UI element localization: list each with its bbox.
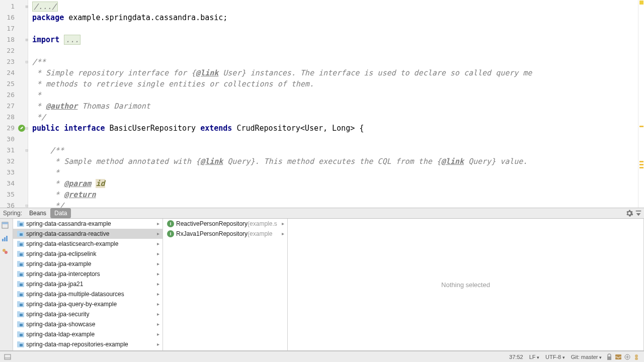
module-item[interactable]: spring-data-jpa-multiple-datasources▸ xyxy=(13,289,163,299)
code-line[interactable]: /.../ xyxy=(28,1,638,12)
code-line[interactable]: * @param id xyxy=(28,178,638,189)
svg-rect-33 xyxy=(17,301,20,303)
collapse-fold-icon[interactable]: ⊟ xyxy=(23,59,28,64)
svg-rect-3 xyxy=(2,239,4,241)
chevron-right-icon: ▸ xyxy=(157,319,159,329)
spring-bean-icon[interactable] xyxy=(18,124,26,132)
code-line[interactable]: /** xyxy=(28,145,638,156)
tab-data[interactable]: Data xyxy=(50,208,71,218)
module-item[interactable]: spring-data-map-repositories-example▸ xyxy=(13,339,163,349)
caret-position[interactable]: 37:52 xyxy=(506,354,526,360)
lock-icon[interactable] xyxy=(605,353,614,361)
chevron-right-icon: ▸ xyxy=(157,309,159,319)
svg-rect-10 xyxy=(20,223,23,226)
svg-rect-39 xyxy=(17,321,20,323)
chevron-right-icon: ▸ xyxy=(157,279,159,289)
code-line[interactable]: public interface BasicUserRepository ext… xyxy=(28,123,638,134)
module-label: spring-data-jpa-eclipselink xyxy=(26,249,96,259)
chevron-right-icon: ▸ xyxy=(157,229,159,239)
code-line[interactable]: * methods to retrieve single entities or… xyxy=(28,78,638,89)
collapse-fold-icon[interactable]: ⊟ xyxy=(23,148,28,153)
warning-marker[interactable] xyxy=(639,164,643,165)
hector-icon[interactable] xyxy=(632,353,641,361)
git-branch[interactable]: Git: master xyxy=(568,354,605,360)
editor-gutter: 1⊞161718⊞2223⊟242526272829⊟3031⊟32333435… xyxy=(0,0,28,208)
module-item[interactable]: spring-data-ldap-example▸ xyxy=(13,329,163,339)
line-number: 33 xyxy=(0,167,28,178)
svg-rect-43 xyxy=(20,334,23,336)
chart-icon[interactable] xyxy=(2,235,12,245)
module-label: spring-data-jpa-example xyxy=(26,259,91,269)
settings-icon[interactable] xyxy=(626,210,635,217)
chevron-right-icon: ▸ xyxy=(157,239,159,249)
tool-windows-icon[interactable] xyxy=(3,353,12,361)
line-number: 16 xyxy=(0,12,28,23)
module-item[interactable]: spring-data-jpa-security▸ xyxy=(13,309,163,319)
line-separator[interactable]: LF xyxy=(526,354,542,360)
code-line[interactable]: * Sample method annotated with {@link Qu… xyxy=(28,156,638,167)
line-number: 32 xyxy=(0,156,28,167)
expand-fold-icon[interactable]: ⊞ xyxy=(23,37,28,42)
repository-list[interactable]: IReactivePersonRepository (example.s▸IRx… xyxy=(163,219,288,350)
module-label: spring-data-jpa-security xyxy=(26,309,89,319)
module-icon xyxy=(17,311,24,317)
code-line[interactable]: */ xyxy=(28,200,638,208)
interface-icon: I xyxy=(167,220,174,227)
svg-rect-37 xyxy=(20,314,23,316)
collapse-fold-icon[interactable]: ⊟ xyxy=(23,203,28,208)
module-item[interactable]: spring-data-cassandra-example▸ xyxy=(13,219,163,229)
module-label: spring-data-jpa-showcase xyxy=(26,319,95,329)
error-stripe[interactable] xyxy=(638,0,644,208)
svg-point-7 xyxy=(5,251,8,254)
module-item[interactable]: spring-data-jpa-showcase▸ xyxy=(13,319,163,329)
layout-icon[interactable] xyxy=(2,222,12,232)
module-list[interactable]: spring-data-cassandra-example▸spring-dat… xyxy=(13,219,163,350)
code-line[interactable] xyxy=(28,134,638,145)
code-line[interactable]: * xyxy=(28,167,638,178)
svg-rect-42 xyxy=(17,331,20,333)
repository-item[interactable]: IRxJava1PersonRepository (example▸ xyxy=(163,229,287,239)
module-item[interactable]: spring-data-cassandra-reactive▸ xyxy=(13,229,163,239)
code-line[interactable]: /** xyxy=(28,56,638,67)
expand-fold-icon[interactable]: ⊞ xyxy=(23,4,28,9)
code-line[interactable]: package example.springdata.cassandra.bas… xyxy=(28,12,638,23)
chevron-right-icon: ▸ xyxy=(157,249,159,259)
warning-marker[interactable] xyxy=(639,167,643,168)
panel-side-toolbar xyxy=(0,219,13,350)
hide-icon[interactable] xyxy=(635,210,644,217)
module-item[interactable]: spring-data-jpa-eclipselink▸ xyxy=(13,249,163,259)
code-line[interactable]: * xyxy=(28,89,638,101)
svg-rect-16 xyxy=(20,243,23,246)
module-item[interactable]: spring-data-elasticsearch-example▸ xyxy=(13,239,163,249)
filter-icon[interactable] xyxy=(2,248,12,258)
editor-content[interactable]: /.../package example.springdata.cassandr… xyxy=(28,0,638,208)
module-icon xyxy=(17,281,24,287)
code-line[interactable]: */ xyxy=(28,112,638,123)
code-line[interactable]: * @author Thomas Darimont xyxy=(28,101,638,112)
code-line[interactable] xyxy=(28,23,638,34)
file-encoding[interactable]: UTF-8 xyxy=(542,354,568,360)
inbox-icon[interactable] xyxy=(614,353,623,361)
analysis-status-marker[interactable] xyxy=(639,1,643,5)
goto-icon[interactable] xyxy=(623,353,632,361)
module-item[interactable]: spring-data-jpa-jpa21▸ xyxy=(13,279,163,289)
module-icon xyxy=(17,291,24,297)
chevron-right-icon: ▸ xyxy=(157,329,159,339)
module-icon xyxy=(17,271,24,277)
code-line[interactable]: * Simple repository interface for {@link… xyxy=(28,67,638,78)
warning-marker[interactable] xyxy=(639,161,643,162)
module-item[interactable]: spring-data-jpa-interceptors▸ xyxy=(13,269,163,279)
warning-marker[interactable] xyxy=(639,126,643,127)
svg-rect-46 xyxy=(20,344,23,346)
code-line[interactable]: import ... xyxy=(28,34,638,45)
code-line[interactable] xyxy=(28,45,638,56)
code-line[interactable]: * @return xyxy=(28,189,638,200)
repository-item[interactable]: IReactivePersonRepository (example.s▸ xyxy=(163,219,287,229)
module-label: spring-data-jpa-interceptors xyxy=(26,269,100,279)
module-item[interactable]: spring-data-jpa-query-by-example▸ xyxy=(13,299,163,309)
chevron-right-icon: ▸ xyxy=(157,339,159,349)
repository-package: (example xyxy=(248,229,272,239)
module-item[interactable]: spring-data-jpa-example▸ xyxy=(13,259,163,269)
tab-beans[interactable]: Beans xyxy=(25,208,50,218)
svg-rect-2 xyxy=(2,222,8,224)
